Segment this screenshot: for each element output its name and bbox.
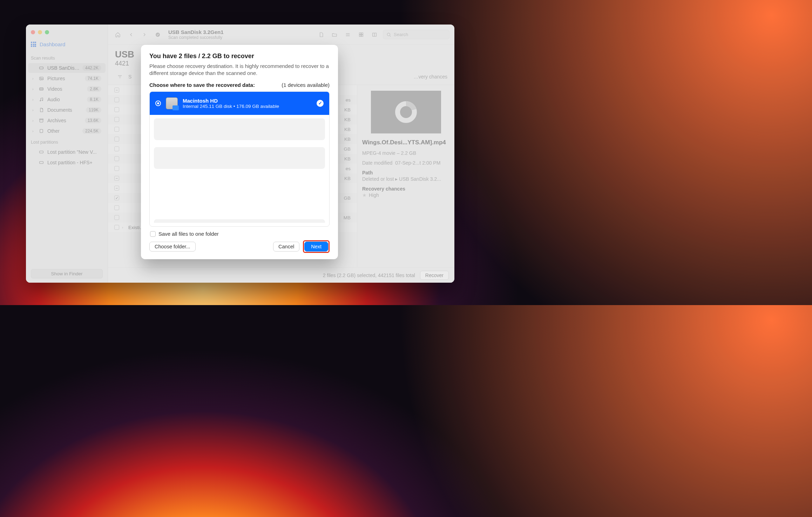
audio-icon — [38, 97, 45, 102]
row-checkbox[interactable] — [114, 88, 119, 92]
filter-button[interactable] — [115, 72, 125, 81]
lost-partitions-section-label: Lost partitions — [26, 136, 108, 147]
row-checkbox[interactable] — [114, 146, 119, 151]
dashboard-label: Dashboard — [40, 41, 65, 47]
row-checkbox[interactable] — [114, 225, 119, 230]
row-checkbox[interactable] — [114, 127, 119, 132]
close-window-button[interactable] — [31, 30, 35, 34]
search-field[interactable]: Search — [383, 30, 449, 39]
dashboard-nav[interactable]: Dashboard — [26, 39, 108, 52]
row-checkbox[interactable] — [114, 205, 119, 210]
sidebar-item-label: Other — [47, 128, 80, 134]
view-folder-button[interactable] — [330, 30, 339, 39]
documents-icon — [38, 108, 45, 112]
choose-folder-button[interactable]: Choose folder... — [149, 242, 196, 251]
drive-icon — [38, 66, 45, 70]
sidebar-item-label: Audio — [47, 97, 84, 102]
preview-type-size: MPEG-4 movie – 2.2 GB — [362, 150, 449, 156]
save-all-label: Save all files to one folder — [158, 231, 219, 237]
svg-rect-10 — [40, 161, 43, 164]
row-checkbox[interactable] — [114, 186, 119, 191]
choose-destination-label: Choose where to save the recovered data: — [149, 82, 255, 88]
view-list-button[interactable] — [343, 30, 353, 39]
status-bar: 2 files (2.2 GB) selected, 442151 files … — [108, 267, 454, 283]
svg-rect-14 — [359, 35, 361, 36]
nav-back-button[interactable] — [126, 30, 136, 39]
svg-point-2 — [40, 78, 41, 78]
window-controls — [26, 27, 108, 39]
archives-icon — [38, 118, 45, 123]
sidebar-item-audio[interactable]: › Audio 8.1K — [28, 95, 106, 104]
status-completed-icon — [153, 30, 163, 39]
sidebar-item-documents[interactable]: › Documents 119K — [28, 105, 106, 115]
toolbar-title-block: USB SanDisk 3.2Gen1 Scan completed succe… — [168, 29, 224, 40]
scan-results-section-label: Scan results — [26, 52, 108, 63]
chevron-right-icon: › — [122, 226, 126, 229]
zoom-window-button[interactable] — [45, 30, 49, 34]
nav-forward-button[interactable] — [140, 30, 149, 39]
chevron-right-icon: › — [32, 108, 35, 112]
internal-disk-icon — [166, 97, 178, 109]
dialog-heading: You have 2 files / 2.2 GB to recover — [149, 53, 330, 60]
preview-pane: Wings.Of.Desi...YTS.AM].mp4 MPEG-4 movie… — [357, 85, 454, 267]
sidebar-item-pictures[interactable]: › Pictures 74.1K — [28, 74, 106, 83]
dialog-description: Please choose recovery destination. It i… — [149, 63, 330, 77]
row-checkbox[interactable] — [114, 117, 119, 122]
row-checkbox[interactable] — [114, 166, 119, 171]
device-placeholder — [154, 147, 325, 169]
sidebar-item-other[interactable]: › Other 224.5K — [28, 126, 106, 136]
chevron-right-icon: › — [32, 129, 35, 133]
sidebar-item-drive[interactable]: USB SanDisk... 442.2K — [28, 63, 106, 73]
sidebar-item-badge: 119K — [86, 107, 101, 113]
show-in-finder-button[interactable]: Show in Finder — [31, 269, 103, 278]
row-checkbox[interactable] — [114, 176, 119, 181]
sidebar-item-label: Archives — [47, 118, 82, 123]
checkbox-unchecked-icon — [150, 231, 156, 237]
loading-ring-icon — [394, 100, 418, 124]
row-checkbox[interactable] — [114, 195, 119, 200]
column-header-fragment: …very chances — [414, 74, 447, 80]
preview-thumbnail — [371, 91, 441, 133]
svg-rect-15 — [361, 35, 363, 36]
svg-rect-8 — [40, 129, 43, 132]
toolbar: USB SanDisk 3.2Gen1 Scan completed succe… — [108, 25, 454, 45]
dialog-footer: Choose folder... Cancel Next — [149, 240, 330, 253]
status-summary: 2 files (2.2 GB) selected, 442151 files … — [323, 273, 415, 278]
cancel-button[interactable]: Cancel — [273, 242, 299, 251]
svg-rect-7 — [40, 119, 43, 119]
view-file-button[interactable] — [316, 30, 326, 39]
view-columns-button[interactable] — [370, 30, 379, 39]
row-checkbox[interactable] — [114, 107, 119, 112]
svg-rect-0 — [40, 67, 43, 69]
sidebar-item-label: USB SanDisk... — [47, 65, 80, 71]
dialog-subheader: Choose where to save the recovered data:… — [149, 82, 330, 88]
svg-point-11 — [156, 33, 160, 37]
sidebar-item-lost-partition[interactable]: Lost partition "New V... — [28, 147, 106, 157]
chevron-right-icon: › — [32, 76, 35, 81]
sidebar-item-badge: 224.5K — [82, 128, 101, 134]
minimize-window-button[interactable] — [38, 30, 42, 34]
save-all-to-one-folder-option[interactable]: Save all files to one folder — [149, 227, 330, 240]
home-button[interactable] — [113, 30, 123, 39]
recover-button[interactable]: Recover — [420, 271, 449, 280]
sidebar-item-videos[interactable]: › Videos 2.8K — [28, 84, 106, 94]
svg-rect-13 — [361, 33, 363, 34]
sidebar-item-label: Pictures — [47, 76, 82, 81]
next-button[interactable]: Next — [304, 242, 328, 251]
sidebar-item-archives[interactable]: › Archives 13.6K — [28, 116, 106, 125]
pictures-icon — [38, 76, 45, 81]
row-checkbox[interactable] — [114, 156, 119, 161]
next-button-highlight: Next — [303, 240, 330, 253]
view-grid-button[interactable] — [356, 30, 366, 39]
svg-rect-6 — [40, 120, 43, 122]
row-checkbox[interactable] — [114, 97, 119, 102]
sidebar-item-label: Lost partition "New V... — [47, 149, 101, 155]
toolbar-subtitle: Scan completed successfully — [168, 35, 224, 40]
sidebar-item-label: Videos — [47, 86, 84, 92]
device-item-macintosh-hd[interactable]: Macintosh HD Internal 245.11 GB disk • 1… — [150, 92, 329, 115]
sidebar-item-label: Lost partition - HFS+ — [47, 160, 101, 165]
row-checkbox[interactable] — [114, 215, 119, 220]
sidebar-item-badge: 442.2K — [82, 65, 101, 71]
sidebar-item-lost-partition[interactable]: Lost partition - HFS+ — [28, 158, 106, 167]
row-checkbox[interactable] — [114, 137, 119, 142]
